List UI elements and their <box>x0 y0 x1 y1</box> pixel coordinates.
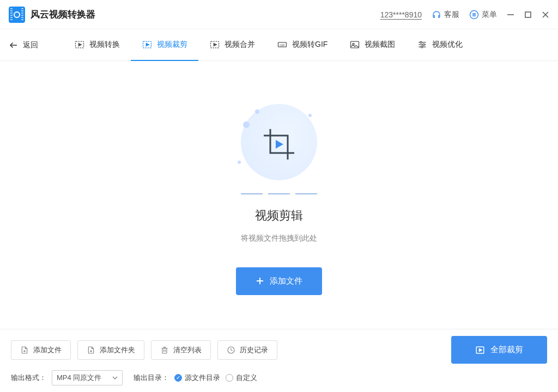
history-button[interactable]: 历史记录 <box>217 340 277 360</box>
play-box-icon <box>475 345 485 355</box>
clear-list-button[interactable]: 清空列表 <box>151 340 211 360</box>
main-title: 视频剪辑 <box>255 207 303 224</box>
crop-play-icon <box>142 39 153 50</box>
plus-icon <box>256 277 264 285</box>
user-id-link[interactable]: 123****8910 <box>380 10 422 19</box>
tab-label: 视频转GIF <box>292 40 327 50</box>
maximize-button[interactable] <box>524 11 532 19</box>
svg-marker-25 <box>276 140 283 149</box>
add-file-label: 添加文件 <box>270 276 302 286</box>
titlebar: 风云视频转换器 123****8910 客服 菜单 <box>0 0 558 29</box>
svg-text:GIF: GIF <box>280 43 285 46</box>
tab-label: 视频裁剪 <box>157 40 187 50</box>
output-dir-custom-radio[interactable]: 自定义 <box>226 373 257 383</box>
radio-icon <box>174 374 182 382</box>
screenshot-icon <box>349 39 360 50</box>
svg-marker-12 <box>146 43 149 46</box>
svg-point-23 <box>423 44 424 45</box>
empty-illustration <box>235 101 323 188</box>
tab-screenshot[interactable]: 视频截图 <box>338 29 406 61</box>
main-drop-area[interactable]: 视频剪辑 将视频文件拖拽到此处 添加文件 <box>0 61 558 334</box>
tab-crop[interactable]: 视频裁剪 <box>131 29 198 61</box>
tabbar: 返回 视频转换 视频裁剪 视频合并 GIF 视频转GIF 视频截图 视频优化 <box>0 29 558 61</box>
main-subtitle: 将视频文件拖拽到此处 <box>241 234 317 243</box>
menu-button[interactable]: 菜单 <box>469 10 497 20</box>
support-label: 客服 <box>444 10 459 20</box>
output-dir-source-radio[interactable]: 源文件目录 <box>174 373 220 383</box>
menu-list-icon <box>469 10 479 20</box>
svg-point-24 <box>421 46 423 47</box>
crop-all-button[interactable]: 全部裁剪 <box>451 336 547 364</box>
crop-icon <box>259 125 299 164</box>
gif-icon: GIF <box>277 39 288 50</box>
close-button[interactable] <box>542 11 549 19</box>
add-folder-button[interactable]: 添加文件夹 <box>77 340 144 360</box>
menu-label: 菜单 <box>482 10 497 20</box>
tab-convert[interactable]: 视频转换 <box>63 29 131 61</box>
svg-marker-10 <box>78 43 81 46</box>
merge-icon <box>209 39 220 50</box>
tab-label: 视频截图 <box>365 40 395 50</box>
svg-marker-14 <box>214 43 216 46</box>
arrow-left-icon <box>9 40 19 50</box>
support-button[interactable]: 客服 <box>432 10 459 20</box>
output-format-label: 输出格式： <box>11 373 46 383</box>
headset-icon <box>432 10 441 20</box>
clock-icon <box>227 346 235 354</box>
convert-icon <box>74 39 85 50</box>
tab-label: 视频合并 <box>225 40 255 50</box>
footer: 添加文件 添加文件夹 清空列表 历史记录 全部裁剪 输出格式： MP4 同原文件… <box>0 329 558 392</box>
tab-optimize[interactable]: 视频优化 <box>406 29 474 61</box>
back-button[interactable]: 返回 <box>9 40 38 50</box>
tab-merge[interactable]: 视频合并 <box>198 29 266 61</box>
svg-point-22 <box>420 41 422 43</box>
output-format-select[interactable]: MP4 同原文件 <box>52 370 123 385</box>
output-dir-label: 输出目录： <box>134 373 169 383</box>
folder-plus-icon <box>87 346 95 354</box>
add-file-button-primary[interactable]: 添加文件 <box>236 267 322 295</box>
back-label: 返回 <box>23 40 38 50</box>
tab-label: 视频转换 <box>89 40 120 50</box>
chevron-down-icon <box>112 375 118 381</box>
sliders-icon <box>417 39 428 50</box>
app-logo-icon <box>9 7 25 23</box>
tab-gif[interactable]: GIF 视频转GIF <box>266 29 338 61</box>
trash-icon <box>160 346 169 354</box>
svg-marker-36 <box>480 348 482 351</box>
radio-icon <box>226 374 233 382</box>
svg-rect-5 <box>525 12 531 17</box>
file-plus-icon <box>20 346 29 354</box>
minimize-button[interactable] <box>507 11 514 19</box>
decorative-dashes <box>241 193 317 194</box>
app-title: 风云视频转换器 <box>31 8 95 21</box>
add-file-button[interactable]: 添加文件 <box>11 340 71 360</box>
output-format-value: MP4 同原文件 <box>57 373 101 383</box>
tab-label: 视频优化 <box>432 40 463 50</box>
